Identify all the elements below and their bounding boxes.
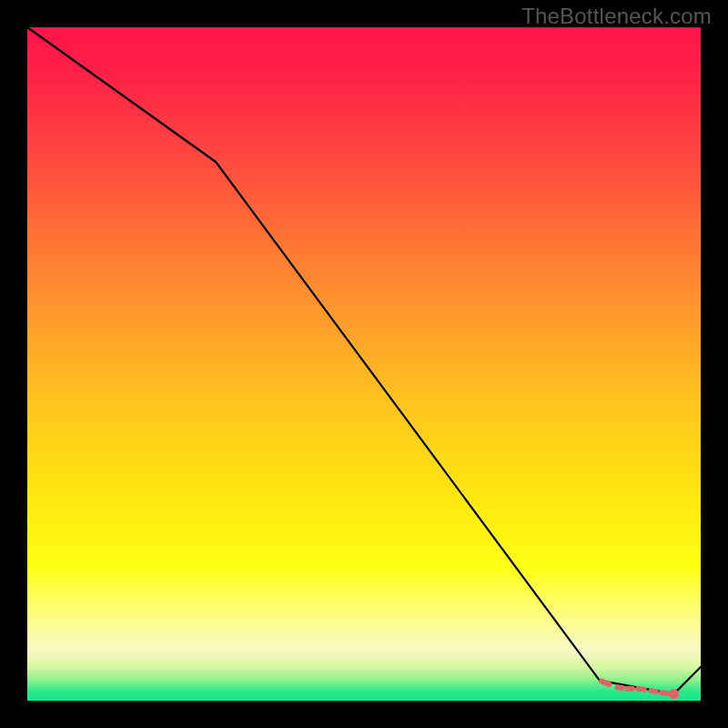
watermark-text: TheBottleneck.com [521,4,712,29]
plot-area [27,27,701,701]
curve-line [27,27,701,694]
chart-svg [27,27,701,701]
marker-dash [652,691,656,692]
marker-dash [638,689,644,690]
marker-dot [669,689,679,699]
marker-dash [662,693,668,693]
marker-dash [602,682,609,684]
chart-frame: TheBottleneck.com [0,0,728,728]
marker-dash [618,687,622,688]
